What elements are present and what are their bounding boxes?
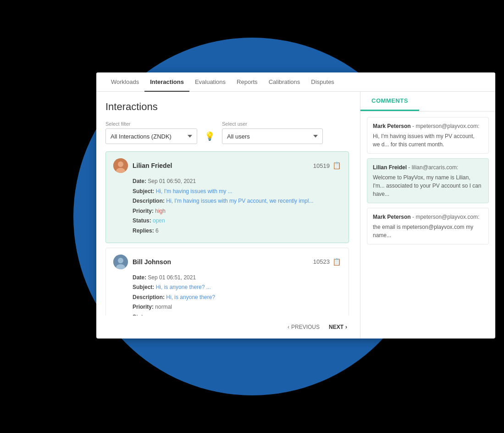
prev-button[interactable]: ‹ PREVIOUS <box>284 322 323 332</box>
comment-email-1: - mpeterson@playvox.com: <box>412 123 479 129</box>
prev-label: PREVIOUS <box>291 324 320 330</box>
interaction-id-1: 10519 📋 <box>313 161 341 170</box>
table-row[interactable]: Bill Johnson 10523 📋 Date: Sep 01 06:51,… <box>105 248 349 316</box>
right-panel: COMMENTS Mark Peterson - mpeterson@playv… <box>360 92 495 339</box>
list-item: Mark Peterson - mpeterson@playvox.com: t… <box>367 208 489 244</box>
avatar <box>113 255 128 269</box>
clip-icon: 📋 <box>332 161 341 170</box>
status-val-1: open <box>153 217 165 224</box>
app-window: Workloads Interactions Evaluations Repor… <box>96 72 495 339</box>
ticket-id-1: 10519 <box>313 162 330 169</box>
svg-point-1 <box>118 161 123 167</box>
page-title: Interactions <box>105 101 351 113</box>
bulb-icon[interactable]: 💡 <box>202 128 217 144</box>
comment-author-3: Mark Peterson <box>373 214 411 220</box>
date-val-1: Sep 01 06:50, 2021 <box>148 178 196 184</box>
desc-label-2: Description: <box>133 294 165 300</box>
desc-val-2: Hi, is anyone there? <box>166 294 215 300</box>
desc-val-1: Hi, I'm having issues with my PV account… <box>166 198 313 204</box>
next-button[interactable]: NEXT › <box>325 322 351 332</box>
interaction-list: Lilian Friedel 10519 📋 Date: Sep 01 06:5… <box>105 151 351 316</box>
subject-label-2: Subject: <box>133 284 154 290</box>
list-item: Lilian Freidel - lilian@arcaris.com: Wel… <box>367 158 489 203</box>
comments-tabs: COMMENTS <box>360 92 495 111</box>
user-select[interactable]: All usersLilian FriedelBill Johnson <box>222 128 323 144</box>
nav-item-calibrations[interactable]: Calibrations <box>263 73 306 91</box>
interaction-details-1: Date: Sep 01 06:50, 2021 Subject: Hi, I'… <box>133 177 341 236</box>
tab-other[interactable] <box>419 92 441 111</box>
list-item: Mark Peterson - mpeterson@playvox.com: H… <box>367 117 489 154</box>
user-filter-label: Select user <box>222 121 323 127</box>
table-row[interactable]: Lilian Friedel 10519 📋 Date: Sep 01 06:5… <box>105 151 349 243</box>
status-label: Status: <box>133 217 151 224</box>
interaction-details-2: Date: Sep 01 06:51, 2021 Subject: Hi, is… <box>133 273 341 316</box>
date-val-2: Sep 01 06:51, 2021 <box>148 274 196 281</box>
left-panel: Interactions Select filter All Interacti… <box>96 92 360 339</box>
nav-item-workloads[interactable]: Workloads <box>105 73 144 91</box>
nav-item-evaluations[interactable]: Evaluations <box>189 73 231 91</box>
comment-author-line-2: Lilian Freidel - lilian@arcaris.com: <box>373 163 483 172</box>
date-label: Date: <box>133 178 146 184</box>
ticket-id-2: 10523 <box>313 258 330 265</box>
interaction-header-1: Lilian Friedel 10519 📋 <box>113 158 341 173</box>
interaction-header-2: Bill Johnson 10523 📋 <box>113 255 341 269</box>
pagination: ‹ PREVIOUS NEXT › <box>105 316 351 339</box>
clip-icon-2: 📋 <box>332 258 341 266</box>
comment-text-3: the email is mpeterson@playvox.com my na… <box>373 223 483 239</box>
priority-val-2: normal <box>155 304 172 310</box>
interaction-user-1: Lilian Friedel <box>113 158 172 173</box>
comment-author-2: Lilian Freidel <box>373 164 407 171</box>
priority-label: Priority: <box>133 208 154 214</box>
priority-val-1: high <box>155 208 166 214</box>
desc-label: Description: <box>133 198 165 204</box>
filters-row: Select filter All Interactions (ZNDK)My … <box>105 121 351 144</box>
filter-group-filter: Select filter All Interactions (ZNDK)My … <box>105 121 197 144</box>
user-name-2: Bill Johnson <box>133 258 171 266</box>
chevron-right-icon: › <box>345 324 347 330</box>
date-label-2: Date: <box>133 274 146 281</box>
comment-author-line-1: Mark Peterson - mpeterson@playvox.com: <box>373 122 483 130</box>
subject-val-1: Hi, I'm having issues with my ... <box>156 188 233 194</box>
subject-label: Subject: <box>133 188 154 194</box>
svg-point-4 <box>118 258 123 263</box>
user-name-1: Lilian Friedel <box>133 162 172 169</box>
comment-email-2: - lilian@arcaris.com: <box>408 164 458 171</box>
comment-author-1: Mark Peterson <box>373 123 411 129</box>
replies-val-1: 6 <box>155 228 159 234</box>
replies-label: Replies: <box>133 228 154 234</box>
comment-text-2: Welcome to PlayVox, my name is Lilian, I… <box>373 173 483 198</box>
comment-text-1: Hi, I'm having issues with my PV account… <box>373 132 483 149</box>
nav-bar: Workloads Interactions Evaluations Repor… <box>96 72 495 92</box>
nav-item-disputes[interactable]: Disputes <box>305 73 340 91</box>
chevron-left-icon: ‹ <box>288 324 289 330</box>
priority-label-2: Priority: <box>133 304 154 310</box>
interaction-id-2: 10523 📋 <box>313 258 341 266</box>
comments-body: Mark Peterson - mpeterson@playvox.com: H… <box>360 111 495 339</box>
comment-author-line-3: Mark Peterson - mpeterson@playvox.com: <box>373 213 483 221</box>
filter-group-user: Select user All usersLilian FriedelBill … <box>222 121 323 144</box>
subject-val-2: Hi, is anyone there? ... <box>156 284 211 290</box>
tab-comments[interactable]: COMMENTS <box>360 92 419 111</box>
next-label: NEXT <box>329 324 343 330</box>
nav-item-reports[interactable]: Reports <box>231 73 263 91</box>
nav-item-interactions[interactable]: Interactions <box>144 73 189 92</box>
avatar <box>113 158 128 173</box>
filter-select[interactable]: All Interactions (ZNDK)My InteractionsFl… <box>105 128 197 144</box>
comment-email-3: - mpeterson@playvox.com: <box>412 214 479 220</box>
content-area: Interactions Select filter All Interacti… <box>96 92 495 339</box>
interaction-user-2: Bill Johnson <box>113 255 171 269</box>
filter-label: Select filter <box>105 121 197 127</box>
